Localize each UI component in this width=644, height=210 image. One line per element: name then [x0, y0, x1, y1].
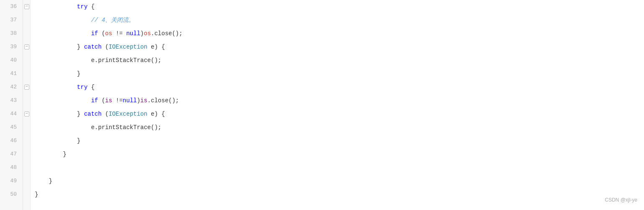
- code-token: .printStackTrace();: [95, 54, 162, 67]
- code-token: }: [63, 148, 66, 161]
- code-line: e.printStackTrace();: [35, 54, 644, 67]
- code-line: if (os != null)os.close();: [35, 27, 644, 40]
- line-number: 37: [0, 13, 19, 27]
- line-number: 42: [0, 80, 19, 94]
- fold-gutter-row: [23, 54, 30, 67]
- indent: [35, 40, 77, 54]
- code-token: e: [91, 121, 94, 134]
- code-token: !=: [112, 27, 126, 40]
- code-token: try: [77, 80, 88, 94]
- indent: [35, 94, 91, 107]
- code-token: is: [140, 94, 147, 107]
- line-number: 44: [0, 107, 19, 121]
- code-line: }: [35, 148, 644, 161]
- code-token: if: [91, 94, 98, 107]
- code-editor: 363738394041424344454647484950 −−−− try …: [0, 0, 644, 210]
- fold-gutter-row[interactable]: −: [23, 80, 30, 94]
- code-token: if: [91, 27, 98, 40]
- code-token: is: [105, 94, 112, 107]
- fold-icon[interactable]: −: [24, 85, 29, 90]
- fold-gutter-row: [23, 148, 30, 161]
- line-number: 50: [0, 188, 19, 201]
- line-number: 43: [0, 94, 19, 107]
- indent: [35, 67, 77, 80]
- fold-icon[interactable]: −: [24, 111, 29, 117]
- code-line: try {: [35, 0, 644, 13]
- line-number: 41: [0, 67, 19, 80]
- code-token: .printStackTrace();: [95, 121, 162, 134]
- fold-gutter-row[interactable]: −: [23, 40, 30, 54]
- code-token: .close();: [147, 94, 179, 107]
- fold-gutter-row: [23, 94, 30, 107]
- indent: [35, 134, 77, 148]
- line-number: 49: [0, 174, 19, 188]
- code-token: catch: [84, 40, 102, 54]
- code-line: }: [35, 174, 644, 188]
- code-line: }: [35, 188, 644, 201]
- fold-icon[interactable]: −: [24, 44, 29, 49]
- code-line: } catch (IOException e) {: [35, 40, 644, 54]
- code-token: e: [91, 54, 94, 67]
- code-line: if (is !=null)is.close();: [35, 94, 644, 107]
- indent: [35, 121, 91, 134]
- indent: [35, 0, 77, 13]
- indent: [35, 27, 91, 40]
- code-token: e) {: [147, 40, 165, 54]
- line-number-gutter: 363738394041424344454647484950: [0, 0, 23, 210]
- code-line: // 4、关闭流。: [35, 13, 644, 27]
- indent: [35, 54, 91, 67]
- line-number: 38: [0, 27, 19, 40]
- indent: [35, 148, 63, 161]
- code-token: }: [49, 174, 52, 188]
- code-line: } catch (IOException e) {: [35, 107, 644, 121]
- fold-icon[interactable]: −: [24, 4, 29, 9]
- code-token: (: [102, 107, 109, 121]
- line-number: 45: [0, 121, 19, 134]
- code-token: }: [77, 134, 80, 148]
- code-token: {: [88, 80, 95, 94]
- code-token: }: [77, 40, 84, 54]
- code-token: }: [35, 188, 38, 201]
- code-token: ): [140, 27, 144, 40]
- code-line: }: [35, 134, 644, 148]
- code-token: !=: [112, 94, 123, 107]
- line-number: 40: [0, 54, 19, 67]
- fold-gutter-row: [23, 161, 30, 174]
- code-token: os: [105, 27, 112, 40]
- code-token: (: [102, 40, 109, 54]
- fold-gutter-row[interactable]: −: [23, 0, 30, 13]
- code-token: (: [98, 27, 105, 40]
- fold-gutter-row: [23, 134, 30, 148]
- fold-gutter-row[interactable]: −: [23, 107, 30, 121]
- indent: [35, 174, 49, 188]
- code-line: try {: [35, 80, 644, 94]
- code-line: [35, 161, 644, 174]
- code-token: ): [137, 94, 140, 107]
- indent: [35, 13, 91, 27]
- fold-gutter-row: [23, 188, 30, 201]
- line-number: 39: [0, 40, 19, 54]
- line-number: 46: [0, 134, 19, 148]
- fold-gutter-row: [23, 174, 30, 188]
- code-token: // 4、关闭流。: [91, 13, 134, 27]
- code-token: e) {: [147, 107, 165, 121]
- code-line: }: [35, 67, 644, 80]
- code-token: IOException: [108, 107, 147, 121]
- code-token: IOException: [108, 40, 147, 54]
- fold-gutter-row: [23, 13, 30, 27]
- code-token: }: [77, 107, 84, 121]
- line-number: 48: [0, 161, 19, 174]
- line-number: 36: [0, 0, 19, 13]
- code-token: catch: [84, 107, 102, 121]
- code-token: null: [126, 27, 140, 40]
- fold-gutter-row: [23, 67, 30, 80]
- code-token: os: [144, 27, 151, 40]
- watermark: CSDN @xjl-ye: [605, 193, 637, 207]
- fold-gutter-row: [23, 27, 30, 40]
- code-content: try { // 4、关闭流。 if (os != null)os.close(…: [31, 0, 644, 210]
- indent: [35, 80, 77, 94]
- code-token: .close();: [151, 27, 183, 40]
- indent: [35, 107, 77, 121]
- code-token: {: [88, 0, 95, 13]
- code-token: }: [77, 67, 80, 80]
